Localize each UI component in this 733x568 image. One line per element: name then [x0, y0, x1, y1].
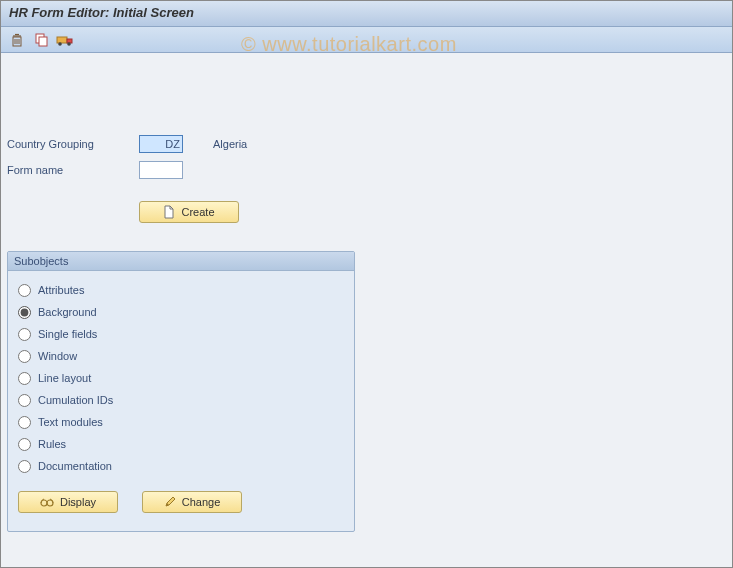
radio-single-fields-input[interactable] — [18, 328, 31, 341]
radio-line-layout-input[interactable] — [18, 372, 31, 385]
radio-rules[interactable]: Rules — [18, 433, 344, 455]
radio-line-layout[interactable]: Line layout — [18, 367, 344, 389]
display-button-label: Display — [60, 496, 96, 508]
subobjects-title: Subobjects — [8, 252, 354, 271]
radio-documentation[interactable]: Documentation — [18, 455, 344, 477]
country-grouping-label: Country Grouping — [7, 138, 139, 150]
glasses-icon — [40, 496, 54, 508]
country-grouping-desc: Algeria — [213, 138, 247, 150]
radio-background[interactable]: Background — [18, 301, 344, 323]
svg-rect-7 — [39, 37, 47, 46]
radio-cumulation-ids-label: Cumulation IDs — [38, 394, 113, 406]
create-button[interactable]: Create — [139, 201, 239, 223]
radio-text-modules[interactable]: Text modules — [18, 411, 344, 433]
radio-attributes[interactable]: Attributes — [18, 279, 344, 301]
subobjects-body: Attributes Background Single fields Wind… — [8, 271, 354, 531]
radio-background-label: Background — [38, 306, 97, 318]
transport-icon[interactable] — [55, 30, 75, 50]
toolbar — [1, 27, 732, 53]
radio-attributes-label: Attributes — [38, 284, 84, 296]
radio-documentation-input[interactable] — [18, 460, 31, 473]
copy-icon[interactable] — [31, 30, 51, 50]
main-content: Country Grouping Algeria Form name Creat… — [1, 53, 732, 538]
create-button-label: Create — [181, 206, 214, 218]
subobjects-group: Subobjects Attributes Background Single … — [7, 251, 355, 532]
form-name-input[interactable] — [139, 161, 183, 179]
radio-rules-label: Rules — [38, 438, 66, 450]
display-button[interactable]: Display — [18, 491, 118, 513]
radio-documentation-label: Documentation — [38, 460, 112, 472]
svg-point-10 — [58, 42, 62, 46]
radio-cumulation-ids-input[interactable] — [18, 394, 31, 407]
change-button-label: Change — [182, 496, 221, 508]
radio-line-layout-label: Line layout — [38, 372, 91, 384]
radio-text-modules-input[interactable] — [18, 416, 31, 429]
radio-attributes-input[interactable] — [18, 284, 31, 297]
pencil-icon — [164, 496, 176, 508]
radio-rules-input[interactable] — [18, 438, 31, 451]
radio-window[interactable]: Window — [18, 345, 344, 367]
radio-cumulation-ids[interactable]: Cumulation IDs — [18, 389, 344, 411]
delete-icon[interactable] — [7, 30, 27, 50]
subobjects-buttons: Display Change — [18, 491, 344, 513]
change-button[interactable]: Change — [142, 491, 242, 513]
titlebar: HR Form Editor: Initial Screen — [1, 1, 732, 27]
form-name-row: Form name — [7, 159, 726, 181]
document-icon — [163, 205, 175, 219]
page-title: HR Form Editor: Initial Screen — [9, 5, 194, 20]
country-grouping-row: Country Grouping Algeria — [7, 133, 726, 155]
create-row: Create — [139, 201, 726, 223]
form-name-label: Form name — [7, 164, 139, 176]
country-grouping-input[interactable] — [139, 135, 183, 153]
radio-single-fields-label: Single fields — [38, 328, 97, 340]
svg-rect-8 — [57, 37, 67, 43]
radio-background-input[interactable] — [18, 306, 31, 319]
radio-window-label: Window — [38, 350, 77, 362]
radio-window-input[interactable] — [18, 350, 31, 363]
svg-point-11 — [67, 42, 71, 46]
radio-single-fields[interactable]: Single fields — [18, 323, 344, 345]
radio-text-modules-label: Text modules — [38, 416, 103, 428]
